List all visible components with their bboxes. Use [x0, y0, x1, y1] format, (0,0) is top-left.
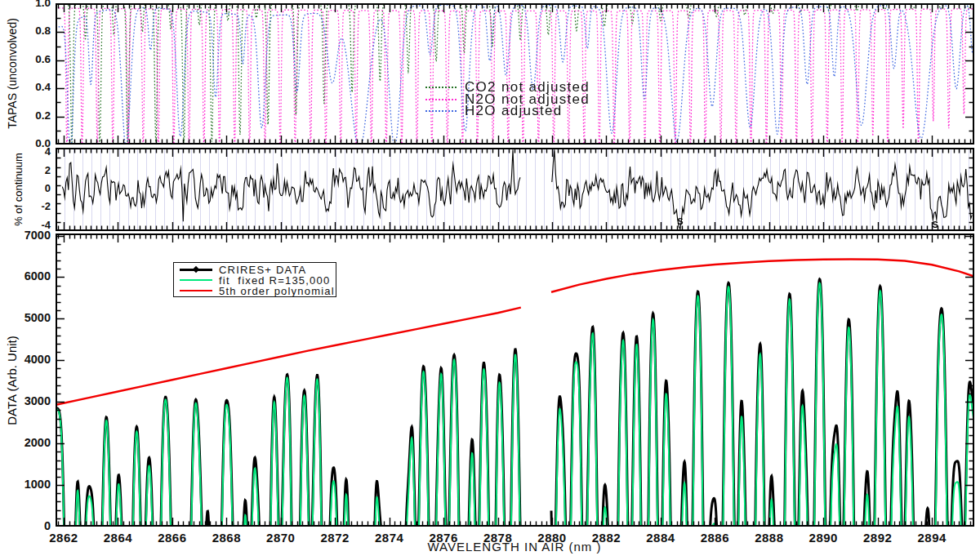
x-tick-label: 2894	[913, 531, 951, 545]
y-tick-label: 0	[0, 182, 51, 194]
x-tick-label: 2882	[587, 531, 625, 545]
n2o-line-swatch-icon	[425, 99, 457, 100]
x-tick-label: 2886	[696, 531, 733, 545]
legend-label: 5th order polynomial	[219, 285, 335, 297]
x-tick-label: 2874	[371, 531, 408, 545]
h2o-line-swatch-icon	[425, 110, 457, 112]
x-tick-label: 2870	[262, 531, 300, 545]
y-tick-label: 2	[0, 164, 51, 176]
x-tick-label: 2876	[425, 531, 462, 545]
x-tick-label: 2884	[642, 531, 679, 545]
y-tick-label: 4000	[0, 353, 51, 366]
y-tick-label: 1000	[0, 478, 51, 491]
saturated-line-marker: S	[932, 220, 938, 229]
spectral-fit-figure: TAPAS (unconvolved) % of continuum DATA …	[0, 0, 980, 556]
tapas-panel-canvas	[56, 3, 974, 145]
y-tick-label: 1.0	[0, 0, 51, 9]
x-tick-label: 2890	[804, 531, 842, 545]
y-tick-label: -2	[0, 200, 51, 212]
x-tick-label: 2868	[207, 531, 245, 545]
y-tick-label: 2000	[0, 436, 51, 449]
y-tick-label: 5000	[0, 311, 51, 324]
x-tick-label: 2862	[45, 531, 82, 545]
tapas-legend: CO2 not adjusted N2O not adjusted H2O ad…	[425, 82, 590, 118]
data-line-swatch-icon	[180, 269, 212, 271]
y-tick-label: 0	[0, 519, 51, 532]
y-tick-label: 4	[0, 145, 51, 158]
y-tick-label: 3000	[0, 394, 51, 407]
data-panel-legend: CRIRES+ DATA fit fixed R=135,000 5th ord…	[173, 262, 336, 297]
x-tick-label: 2878	[479, 531, 517, 545]
fit-line-swatch-icon	[180, 279, 212, 282]
residual-panel-canvas	[56, 148, 974, 231]
y-tick-label: 0.8	[0, 24, 51, 37]
y-tick-label: 0.2	[0, 109, 51, 122]
y-tick-label: 0.4	[0, 81, 51, 93]
saturated-line-marker: S	[677, 216, 683, 226]
legend-label: H2O adjusted	[465, 103, 563, 119]
diamond-marker-icon	[193, 266, 199, 273]
x-tick-label: 2892	[859, 531, 897, 545]
x-tick-label: 2888	[751, 531, 788, 545]
co2-line-swatch-icon	[425, 87, 457, 88]
y-tick-label: 6000	[0, 269, 51, 282]
x-tick-label: 2872	[316, 531, 354, 545]
x-tick-label: 2864	[99, 531, 136, 545]
x-tick-label: 2866	[154, 531, 191, 545]
polynomial-line-swatch-icon	[180, 290, 212, 292]
y-tick-label: 0.6	[0, 53, 51, 65]
x-tick-label: 2880	[533, 531, 571, 545]
data-y-axis-title: DATA (Arb. Unit)	[5, 336, 19, 425]
y-tick-label: 7000	[0, 229, 51, 242]
